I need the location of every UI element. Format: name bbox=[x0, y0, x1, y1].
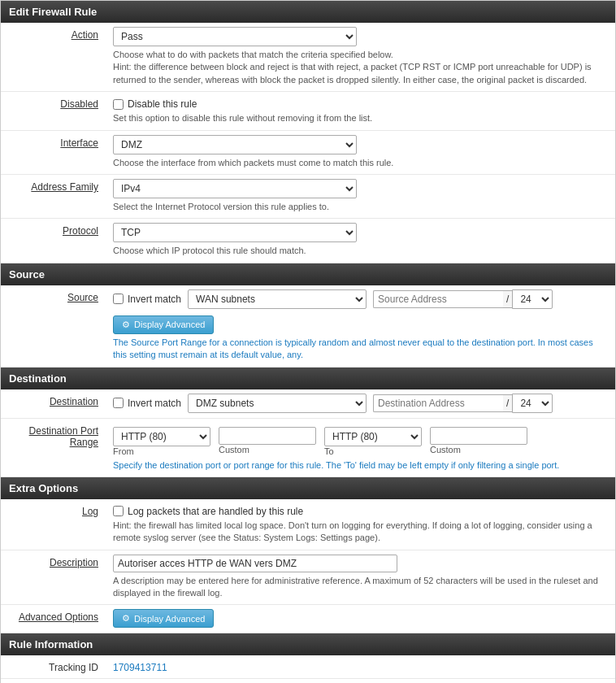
description-label[interactable]: Description bbox=[50, 557, 98, 568]
port-to-group: HTTP (80) HTTPS (443) any other To bbox=[324, 427, 422, 456]
protocol-select[interactable]: TCP UDP TCP/UDP ICMP any bbox=[113, 223, 357, 242]
destination-invert-label[interactable]: Invert match bbox=[113, 398, 181, 409]
gear-icon: ⚙ bbox=[122, 320, 130, 330]
extra-options-section-header: Extra Options bbox=[1, 477, 615, 499]
source-invert-checkbox[interactable] bbox=[113, 294, 124, 304]
destination-section-header: Destination bbox=[1, 368, 615, 389]
port-custom-to-label: Custom bbox=[430, 445, 527, 455]
port-from-group: HTTP (80) HTTPS (443) any other From bbox=[113, 427, 210, 456]
interface-help: Choose the interface from which packets … bbox=[113, 157, 609, 169]
log-checkbox-label: Log packets that are handled by this rul… bbox=[128, 506, 303, 517]
disabled-help: Set this option to disable this rule wit… bbox=[113, 112, 609, 124]
tracking-id-value[interactable]: 1709413711 bbox=[113, 662, 167, 673]
port-custom-from-input[interactable] bbox=[219, 427, 316, 445]
rule-info-section-header: Rule Information bbox=[1, 633, 615, 655]
disabled-checkbox[interactable] bbox=[113, 99, 124, 110]
port-to-label: To bbox=[324, 446, 422, 456]
log-checkbox[interactable] bbox=[113, 506, 124, 516]
port-custom-from-label: Custom bbox=[219, 445, 316, 455]
interface-select[interactable]: DMZ WAN LAN bbox=[113, 135, 357, 154]
advanced-options-display-advanced-button[interactable]: ⚙ Display Advanced bbox=[113, 609, 214, 628]
source-slash: / bbox=[503, 290, 512, 308]
source-address-input[interactable] bbox=[373, 290, 503, 308]
source-label[interactable]: Source bbox=[67, 292, 98, 303]
advanced-options-label[interactable]: Advanced Options bbox=[19, 611, 98, 623]
address-family-select[interactable]: IPv4 IPv6 IPv4+IPv6 bbox=[113, 179, 357, 198]
action-label[interactable]: Action bbox=[72, 29, 98, 41]
log-label[interactable]: Log bbox=[82, 506, 98, 517]
action-help: Choose what to do with packets that matc… bbox=[113, 49, 609, 86]
address-family-label[interactable]: Address Family bbox=[31, 181, 98, 193]
source-invert-label[interactable]: Invert match bbox=[113, 294, 181, 305]
source-section-header: Source bbox=[1, 263, 615, 285]
source-mask-select[interactable]: 2432168 bbox=[512, 289, 553, 309]
protocol-help: Choose which IP protocol this rule shoul… bbox=[113, 245, 609, 257]
address-family-help: Select the Internet Protocol version thi… bbox=[113, 201, 609, 213]
description-input[interactable] bbox=[113, 555, 397, 572]
port-from-select[interactable]: HTTP (80) HTTPS (443) any other bbox=[113, 427, 210, 446]
panel-title: Edit Firewall Rule bbox=[1, 1, 615, 23]
log-help: Hint: the firewall has limited local log… bbox=[113, 520, 609, 545]
destination-invert-checkbox[interactable] bbox=[113, 398, 124, 408]
tracking-id-label: Tracking ID bbox=[49, 662, 98, 673]
gear-icon-2: ⚙ bbox=[122, 613, 130, 624]
action-select[interactable]: Pass Block Reject bbox=[113, 27, 357, 46]
port-from-label: From bbox=[113, 446, 210, 456]
protocol-label[interactable]: Protocol bbox=[63, 225, 98, 237]
port-custom-to-input[interactable] bbox=[430, 427, 527, 445]
source-subnet-select[interactable]: WAN subnets LAN subnets DMZ subnets any bbox=[188, 289, 367, 309]
destination-port-range-label[interactable]: Destination Port Range bbox=[29, 425, 98, 448]
destination-mask-select[interactable]: 2432168 bbox=[512, 394, 553, 413]
source-display-advanced-button[interactable]: ⚙ Display Advanced bbox=[113, 315, 214, 334]
destination-address-group: / 2432168 bbox=[373, 394, 553, 413]
destination-subnet-select[interactable]: DMZ subnets WAN subnets LAN subnets any bbox=[188, 394, 367, 413]
port-custom-from-group: Custom bbox=[219, 427, 316, 455]
destination-port-help: Specify the destination port or port ran… bbox=[113, 459, 609, 472]
destination-label[interactable]: Destination bbox=[50, 396, 98, 407]
port-to-select[interactable]: HTTP (80) HTTPS (443) any other bbox=[324, 427, 422, 446]
port-custom-to-group: Custom bbox=[430, 427, 527, 455]
source-address-group: / 2432168 bbox=[373, 289, 553, 309]
description-help: A description may be entered here for ad… bbox=[113, 575, 609, 600]
disabled-checkbox-label: Disable this rule bbox=[128, 98, 197, 110]
disabled-label[interactable]: Disabled bbox=[60, 98, 98, 110]
source-port-help: The Source Port Range for a connection i… bbox=[113, 337, 609, 362]
interface-label[interactable]: Interface bbox=[60, 137, 98, 149]
destination-address-input[interactable] bbox=[373, 394, 503, 412]
destination-slash: / bbox=[503, 394, 512, 412]
